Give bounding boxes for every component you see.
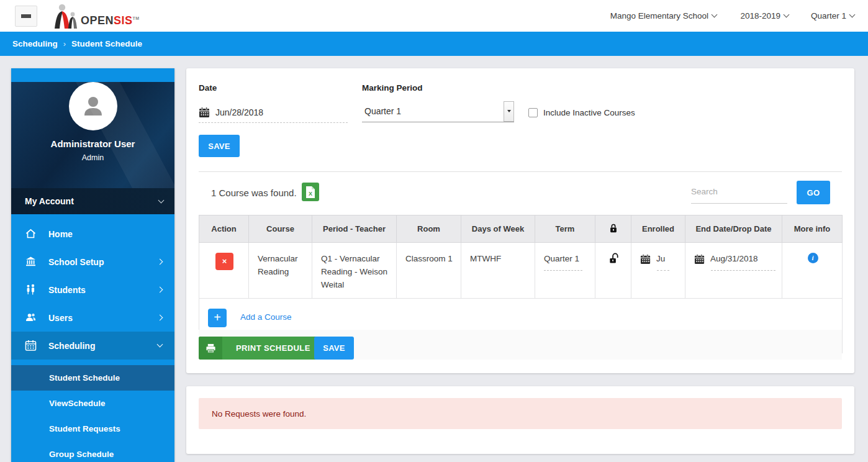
- date-picker-field[interactable]: Jun/28/2018: [199, 102, 348, 123]
- chevron-down-icon: [157, 342, 163, 348]
- sidebar-subitem-student-requests[interactable]: Student Requests: [11, 416, 174, 442]
- calendar-icon: [199, 107, 210, 118]
- date-value: Jun/28/2018: [215, 107, 263, 117]
- chevron-down-icon: [712, 12, 718, 18]
- save-filters-button[interactable]: SAVE: [199, 135, 240, 157]
- end-date-cell[interactable]: Aug/31/2018: [685, 243, 782, 299]
- hamburger-icon: [21, 14, 31, 18]
- sidebar-nav: Home School Setup Students Users Schedul…: [11, 214, 174, 462]
- print-schedule-label: PRINT SCHEDULE: [222, 337, 324, 360]
- sidebar-item-label: School Setup: [48, 257, 104, 267]
- calendar-icon: [694, 254, 705, 265]
- table-row: × Vernacular Reading Q1 - Vernacular Rea…: [199, 243, 843, 299]
- requests-card: No Requests were found.: [186, 386, 854, 454]
- chevron-right-icon: [157, 315, 163, 321]
- subitem-label: Student Requests: [49, 424, 120, 433]
- sidebar-item-scheduling[interactable]: Scheduling: [11, 332, 174, 360]
- school-setup-icon: [25, 256, 37, 268]
- course-cell: Vernacular Reading: [249, 243, 312, 299]
- chevron-down-icon: [158, 197, 165, 203]
- svg-text:X: X: [309, 190, 312, 196]
- home-icon: [25, 228, 37, 240]
- sidebar-item-label: Users: [48, 313, 73, 323]
- enrolled-value: Ju: [656, 253, 665, 266]
- col-period-teacher: Period - Teacher: [312, 215, 397, 243]
- calendar-icon: [25, 340, 37, 351]
- add-course-link[interactable]: Add a Course: [240, 311, 292, 324]
- col-lock: [595, 215, 631, 243]
- sidebar-item-label: Scheduling: [48, 341, 95, 351]
- lock-open-icon: [608, 253, 620, 265]
- sidebar-item-users[interactable]: Users: [11, 304, 174, 332]
- info-icon[interactable]: i: [808, 253, 818, 263]
- sidebar-subitem-student-schedule[interactable]: Student Schedule: [11, 365, 174, 391]
- subitem-label: Student Schedule: [49, 373, 120, 383]
- breadcrumb-student-schedule[interactable]: Student Schedule: [71, 39, 142, 48]
- course-count-text: 1 Course was found.: [211, 188, 297, 198]
- term-cell[interactable]: Quarter 1: [535, 243, 595, 299]
- my-account-menu[interactable]: My Account: [11, 188, 174, 214]
- opensis-logo: OPENSISTM: [52, 4, 140, 29]
- sidebar: Administrator User Admin My Account Home…: [11, 68, 174, 462]
- action-cell: ×: [199, 243, 249, 299]
- more-info-cell: i: [782, 243, 843, 299]
- marking-period-select[interactable]: Quarter 1: [362, 101, 514, 122]
- school-year-selector[interactable]: 2018-2019: [740, 0, 789, 32]
- profile-role: Admin: [11, 153, 174, 162]
- sidebar-item-school-setup[interactable]: School Setup: [11, 248, 174, 276]
- users-icon: [25, 312, 37, 324]
- breadcrumb-separator: ›: [63, 39, 66, 48]
- sidebar-item-label: Home: [48, 229, 73, 239]
- days-cell: MTWHF: [461, 243, 535, 299]
- export-excel-button[interactable]: X: [302, 183, 319, 201]
- dotted-underline: [657, 266, 669, 271]
- menu-toggle-button[interactable]: [15, 6, 37, 27]
- include-inactive-checkbox[interactable]: [528, 108, 538, 117]
- enrolled-cell[interactable]: Ju: [631, 243, 685, 299]
- table-header-row: Action Course Period - Teacher Room Days…: [199, 215, 843, 243]
- marking-period-label: Marking Period: [362, 83, 423, 93]
- dotted-underline: [711, 266, 775, 271]
- breadcrumb-scheduling[interactable]: Scheduling: [12, 39, 58, 48]
- col-end-date: End Date/Drop Date: [685, 215, 782, 243]
- add-course-button[interactable]: +: [208, 309, 227, 327]
- room-cell: Classroom 1: [397, 243, 461, 299]
- chevron-down-icon: [849, 12, 856, 18]
- profile-card: Administrator User Admin: [11, 82, 174, 188]
- search-go-button[interactable]: GO: [797, 181, 830, 204]
- end-date-value: Aug/31/2018: [710, 253, 758, 266]
- no-requests-alert: No Requests were found.: [199, 398, 842, 429]
- logo-figure-icon: [52, 4, 81, 29]
- col-action: Action: [199, 215, 249, 243]
- search-input[interactable]: [691, 180, 787, 204]
- school-selector[interactable]: Mango Elementary School: [610, 0, 717, 32]
- save-schedule-button[interactable]: SAVE: [314, 337, 354, 360]
- marking-period-value: Quarter 1: [362, 106, 401, 116]
- lock-closed-icon: [608, 223, 618, 233]
- delete-course-button[interactable]: ×: [215, 253, 233, 270]
- printer-icon: [199, 337, 222, 360]
- subitem-label: Group Schedule: [49, 450, 114, 459]
- sidebar-subitem-group-schedule[interactable]: Group Schedule: [11, 442, 174, 462]
- period-teacher-cell: Q1 - Vernacular Reading - Weison Weital: [312, 243, 397, 299]
- calendar-icon: [640, 254, 651, 265]
- sidebar-subitem-view-schedule[interactable]: ViewSchedule: [11, 391, 174, 416]
- col-room: Room: [397, 215, 461, 243]
- lock-cell[interactable]: [595, 243, 631, 299]
- avatar: [69, 82, 117, 130]
- top-header: OPENSISTM Mango Elementary School 2018-2…: [0, 0, 868, 32]
- print-schedule-button[interactable]: PRINT SCHEDULE: [199, 337, 324, 360]
- marking-period-selector[interactable]: Quarter 1: [811, 0, 854, 32]
- date-label: Date: [199, 83, 217, 93]
- school-year-label: 2018-2019: [740, 11, 780, 20]
- chevron-right-icon: [157, 259, 163, 265]
- chevron-right-icon: [157, 287, 163, 293]
- sidebar-item-label: Students: [48, 285, 86, 295]
- include-inactive-label: Include Inactive Courses: [543, 108, 635, 117]
- col-days-of-week: Days of Week: [461, 215, 535, 243]
- excel-file-icon: X: [305, 186, 316, 199]
- term-value: Quarter 1: [544, 254, 579, 263]
- sidebar-item-home[interactable]: Home: [11, 220, 174, 248]
- sidebar-item-students[interactable]: Students: [11, 276, 174, 304]
- breadcrumb: Scheduling › Student Schedule: [0, 32, 868, 56]
